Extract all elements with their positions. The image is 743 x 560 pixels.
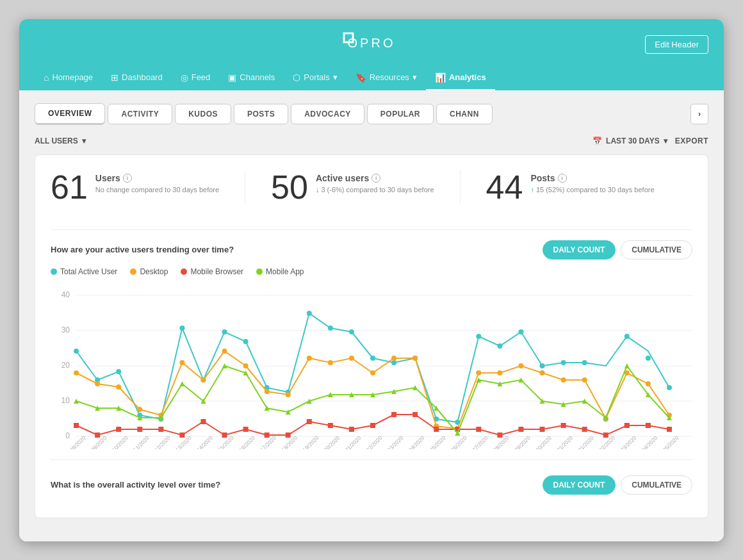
sq-mobile-4 bbox=[158, 427, 163, 432]
svg-text:07/10/2020: 07/10/2020 bbox=[105, 434, 129, 449]
chevron-right-icon: › bbox=[698, 110, 701, 119]
tab-bar: OVERVIEW ACTIVITY KUDOS POSTS ADVOCACY P… bbox=[35, 103, 708, 125]
svg-text:07/12/2020: 07/12/2020 bbox=[148, 434, 172, 449]
sq-mobile-19 bbox=[476, 427, 481, 432]
legend-mobile-browser: Mobile Browser bbox=[181, 267, 243, 276]
filter-right: 📅 LAST 30 DAYS ▾ EXPORT bbox=[592, 136, 708, 145]
dot-desktop-6 bbox=[200, 377, 206, 383]
nav-dashboard[interactable]: ⊞ Dashboard bbox=[102, 67, 172, 90]
nav-homepage[interactable]: ⌂ Homepage bbox=[35, 67, 102, 90]
sq-mobile-24 bbox=[582, 427, 587, 432]
nav-feed[interactable]: ◎ Feed bbox=[172, 67, 220, 90]
dot-desktop-16 bbox=[412, 356, 418, 361]
sq-mobile-6 bbox=[200, 419, 206, 424]
resources-arrow-icon: ▾ bbox=[412, 72, 417, 82]
export-button[interactable]: EXPORT bbox=[675, 136, 708, 145]
svg-text:OPRO: OPRO bbox=[348, 36, 396, 50]
tab-kudos[interactable]: KUDOS bbox=[175, 104, 231, 124]
nav-portals[interactable]: ⬡ Portals ▾ bbox=[284, 67, 346, 90]
dot-desktop-22 bbox=[540, 370, 545, 375]
sq-mobile-13 bbox=[349, 427, 354, 432]
stat-users-label: Users i bbox=[95, 173, 219, 183]
date-filter-arrow-icon: ▾ bbox=[664, 136, 667, 145]
tab-scroll-button[interactable]: › bbox=[690, 104, 708, 124]
dot-desktop-10 bbox=[286, 392, 291, 397]
svg-text:07/24/2020: 07/24/2020 bbox=[402, 434, 425, 449]
sq-mobile-7 bbox=[222, 432, 227, 438]
posts-info-icon[interactable]: i bbox=[558, 174, 567, 183]
tab-advocacy[interactable]: ADVOCACY bbox=[291, 104, 364, 124]
dot-desktop-3 bbox=[137, 407, 142, 412]
dot-total-24 bbox=[582, 360, 587, 365]
users-info-icon[interactable]: i bbox=[123, 174, 132, 183]
sq-mobile-23 bbox=[561, 423, 566, 428]
logo-svg: OPRO bbox=[343, 31, 400, 54]
active-arrow-icon: ↓ bbox=[316, 186, 320, 194]
edit-header-button[interactable]: Edit Header bbox=[645, 35, 708, 54]
header-top: OPRO Edit Header bbox=[35, 31, 708, 67]
chart2-header: What is the overall activity level over … bbox=[51, 475, 692, 495]
tab-activity[interactable]: ACTIVITY bbox=[108, 104, 172, 124]
svg-text:30: 30 bbox=[61, 325, 70, 334]
legend-desktop: Desktop bbox=[130, 267, 168, 276]
stat-users-number: 61 bbox=[51, 170, 88, 204]
main-card: 61 Users i No change compared to 30 days… bbox=[35, 154, 708, 518]
sq-mobile-16 bbox=[412, 412, 418, 417]
chart2-buttons: DAILY COUNT CUMULATIVE bbox=[543, 475, 692, 495]
tab-chann[interactable]: CHANN bbox=[436, 104, 493, 124]
stat-active-sub: ↓ 3 (-6%) compared to 30 days before bbox=[316, 186, 434, 194]
stat-posts-label: Posts i bbox=[530, 173, 654, 183]
dot-total-8 bbox=[243, 339, 249, 344]
nav-resources[interactable]: 🔖 Resources ▾ bbox=[347, 67, 426, 90]
legend-total-active: Total Active User bbox=[51, 267, 117, 276]
svg-text:20: 20 bbox=[61, 361, 70, 370]
nav-channels[interactable]: ▣ Channels bbox=[219, 67, 284, 90]
nav-analytics[interactable]: 📊 Analytics bbox=[426, 67, 495, 90]
svg-text:07/16/2020: 07/16/2020 bbox=[233, 434, 256, 449]
dot-desktop-9 bbox=[265, 389, 270, 394]
dot-total-15 bbox=[391, 360, 396, 365]
logo: OPRO bbox=[343, 31, 400, 58]
dashboard-icon: ⊞ bbox=[111, 72, 118, 83]
chart1-legend: Total Active User Desktop Mobile Browser… bbox=[51, 267, 692, 276]
dot-total-23 bbox=[561, 360, 566, 365]
content-area: OVERVIEW ACTIVITY KUDOS POSTS ADVOCACY P… bbox=[19, 90, 724, 541]
dot-total-13 bbox=[349, 329, 354, 334]
sq-mobile-28 bbox=[667, 427, 672, 432]
portals-arrow-icon: ▾ bbox=[333, 72, 338, 82]
main-nav: ⌂ Homepage ⊞ Dashboard ◎ Feed ▣ Channels… bbox=[35, 67, 708, 90]
channels-icon: ▣ bbox=[228, 72, 236, 83]
chart1-section: How are your active users trending over … bbox=[51, 240, 692, 449]
user-filter[interactable]: ALL USERS ▾ bbox=[35, 136, 86, 145]
calendar-icon: 📅 bbox=[592, 136, 602, 145]
sq-mobile-3 bbox=[137, 427, 142, 432]
date-filter[interactable]: 📅 LAST 30 DAYS ▾ bbox=[592, 136, 667, 145]
app-container: OPRO Edit Header ⌂ Homepage ⊞ Dashboard … bbox=[19, 19, 724, 541]
dot-total-20 bbox=[497, 343, 502, 349]
dot-total-28 bbox=[667, 385, 672, 390]
chart1-daily-button[interactable]: DAILY COUNT bbox=[543, 240, 616, 259]
sq-mobile-5 bbox=[179, 432, 184, 438]
stat-divider-2 bbox=[460, 170, 461, 204]
home-icon: ⌂ bbox=[44, 72, 49, 83]
chart2-cumulative-button[interactable]: CUMULATIVE bbox=[621, 475, 692, 495]
sq-mobile-11 bbox=[307, 419, 312, 424]
chart1-cumulative-button[interactable]: CUMULATIVE bbox=[621, 240, 692, 259]
sq-mobile-12 bbox=[328, 423, 333, 428]
svg-text:0: 0 bbox=[65, 431, 70, 440]
tab-popular[interactable]: POPULAR bbox=[367, 104, 434, 124]
dot-total-19 bbox=[476, 334, 481, 339]
dot-total-7 bbox=[222, 329, 227, 334]
sq-mobile-2 bbox=[116, 427, 121, 432]
active-users-info-icon[interactable]: i bbox=[372, 174, 380, 183]
tab-posts[interactable]: POSTS bbox=[234, 104, 288, 124]
svg-text:07/29/2020: 07/29/2020 bbox=[508, 434, 532, 449]
stat-divider-1 bbox=[245, 170, 245, 204]
chart2-daily-button[interactable]: DAILY COUNT bbox=[543, 475, 616, 495]
svg-text:07/21/2020: 07/21/2020 bbox=[338, 434, 362, 449]
portals-icon: ⬡ bbox=[293, 72, 300, 83]
tab-overview[interactable]: OVERVIEW bbox=[35, 103, 105, 125]
stat-posts-sub: ↑ 15 (52%) compared to 30 days before bbox=[530, 186, 654, 194]
dot-total-5 bbox=[179, 325, 184, 331]
dot-desktop-19 bbox=[476, 370, 481, 375]
